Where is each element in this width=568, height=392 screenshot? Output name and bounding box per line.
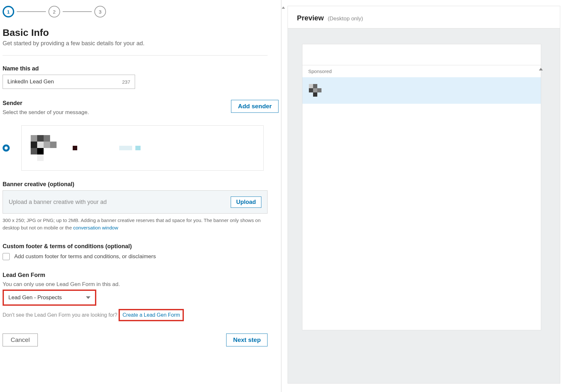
step-3[interactable]: 3 xyxy=(94,6,106,17)
custom-footer-label: Custom footer & terms of conditions (opt… xyxy=(3,243,279,250)
preview-header: Preview (Desktop only) xyxy=(288,6,560,28)
chevron-down-icon xyxy=(86,296,90,299)
sender-sublabel: Select the sender of your message. xyxy=(3,109,89,116)
ad-name-field-wrapper[interactable]: 237 xyxy=(3,75,135,89)
sender-meta xyxy=(73,146,141,150)
lead-gen-sublabel: You can only use one Lead Gen Form in th… xyxy=(3,281,279,288)
conversation-window-link[interactable]: conversation window xyxy=(73,225,118,230)
scroll-up-icon xyxy=(539,68,543,70)
banner-placeholder: Upload a banner creative with your ad xyxy=(9,199,107,206)
step-1[interactable]: 1 xyxy=(3,6,14,17)
step-2[interactable]: 2 xyxy=(48,6,60,17)
sender-avatar xyxy=(31,135,57,161)
lead-gen-selected-value: Lead Gen - Prospects xyxy=(8,294,62,301)
ad-name-counter: 237 xyxy=(122,79,130,85)
step-line xyxy=(63,11,92,12)
banner-helper: 300 x 250; JPG or PNG; up to 2MB. Adding… xyxy=(3,217,261,231)
preview-sponsored-label: Sponsored xyxy=(302,65,541,77)
preview-highlight-row xyxy=(302,77,541,104)
preview-sub: (Desktop only) xyxy=(328,16,363,22)
upload-button[interactable]: Upload xyxy=(231,196,261,208)
ad-name-label: Name this ad xyxy=(3,65,279,72)
add-sender-button[interactable]: Add sender xyxy=(231,100,279,113)
custom-footer-checkbox-label: Add custom footer for terms and conditio… xyxy=(14,253,156,260)
page-title: Basic Info xyxy=(3,27,279,38)
lead-gen-label: Lead Gen Form xyxy=(3,272,279,279)
scroll-up-icon xyxy=(282,6,285,9)
cancel-button[interactable]: Cancel xyxy=(3,334,38,346)
custom-footer-checkbox[interactable] xyxy=(3,253,10,260)
lead-gen-note-text: Don't see the Lead Gen Form you are look… xyxy=(3,312,117,318)
create-lead-gen-form-link[interactable]: Create a Lead Gen Form xyxy=(119,309,184,321)
preview-body: Sponsored xyxy=(288,28,560,384)
next-step-button[interactable]: Next step xyxy=(226,334,268,346)
preview-card: Sponsored xyxy=(302,44,541,330)
page-subtitle: Get started by providing a few basic det… xyxy=(3,40,279,47)
preview-title: Preview xyxy=(297,14,324,22)
banner-label: Banner creative (optional) xyxy=(3,181,279,188)
lead-gen-select[interactable]: Lead Gen - Prospects xyxy=(3,290,96,306)
section-divider xyxy=(3,55,268,56)
panel-divider xyxy=(281,0,285,392)
preview-avatar xyxy=(309,84,322,97)
sender-radio-selected[interactable] xyxy=(3,144,10,152)
stepper: 1 2 3 xyxy=(3,6,279,17)
banner-upload-box: Upload a banner creative with your ad Up… xyxy=(3,190,268,214)
step-line xyxy=(17,11,46,12)
sender-card[interactable] xyxy=(21,125,264,171)
sender-label: Sender xyxy=(3,100,89,107)
ad-name-input[interactable] xyxy=(7,79,122,85)
